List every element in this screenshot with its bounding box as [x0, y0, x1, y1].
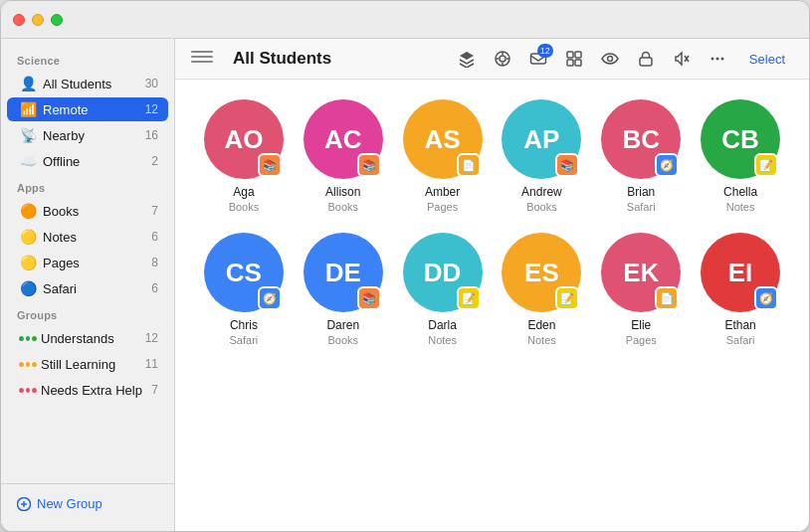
svg-rect-12	[567, 60, 573, 66]
student-name: Ethan	[724, 318, 755, 332]
student-name: Darla	[428, 318, 457, 332]
sidebar-item-pages[interactable]: 🟡 Pages 8	[7, 251, 168, 274]
student-avatar: AC📚	[304, 99, 383, 179]
main-header: All Students	[175, 39, 809, 80]
sidebar-item-still-learning[interactable]: Still Learning 11	[7, 352, 168, 376]
still-learning-dot	[19, 355, 37, 373]
app-badge-books: 📚	[555, 153, 579, 177]
svg-point-20	[720, 58, 723, 61]
sidebar-item-remote[interactable]: 📶 Remote 12	[7, 97, 168, 121]
student-card[interactable]: DE📚DarenBooks	[299, 233, 388, 346]
sidebar-item-nearby[interactable]: 📡 Nearby 16	[7, 123, 168, 147]
student-card[interactable]: DD📝DarlaNotes	[398, 233, 488, 346]
student-name: Allison	[325, 185, 360, 199]
apps-section-label: Apps	[1, 174, 174, 198]
svg-rect-15	[640, 58, 652, 66]
svg-rect-10	[567, 52, 573, 58]
app-badge-notes: 📝	[457, 286, 481, 310]
student-app: Pages	[427, 201, 458, 213]
student-name: Aga	[233, 185, 254, 199]
pages-count: 8	[151, 256, 158, 269]
sidebar-item-offline[interactable]: ☁️ Offline 2	[7, 149, 168, 173]
student-card[interactable]: CB📝ChellaNotes	[696, 99, 785, 213]
mail-badge: 12	[537, 44, 553, 58]
still-learning-label: Still Learning	[41, 357, 145, 372]
svg-point-4	[500, 56, 506, 62]
safari-icon: 🔵	[19, 279, 37, 297]
app-badge-safari: 🧭	[754, 286, 778, 310]
new-group-button[interactable]: New Group	[11, 492, 164, 515]
close-button[interactable]	[13, 14, 25, 26]
student-card[interactable]: BC🧭BrianSafari	[596, 99, 686, 213]
sidebar-item-understands[interactable]: Understands 12	[7, 326, 168, 350]
more-icon[interactable]	[706, 47, 729, 71]
remote-label: Remote	[43, 102, 145, 117]
student-grid: AO📚AgaBooksAC📚AllisonBooksAS📄AmberPagesA…	[175, 80, 809, 531]
student-avatar: BC🧭	[601, 99, 681, 179]
student-name: Amber	[425, 185, 460, 199]
target-icon[interactable]	[491, 47, 514, 71]
student-app: Pages	[626, 334, 657, 346]
eye-icon[interactable]	[598, 47, 622, 71]
remote-count: 12	[145, 102, 158, 116]
student-app: Notes	[527, 334, 556, 346]
offline-count: 2	[151, 154, 158, 168]
sidebar-toggle-button[interactable]	[191, 51, 213, 67]
student-name: Andrew	[521, 185, 562, 199]
main-content: All Students	[175, 39, 809, 531]
nearby-count: 16	[145, 128, 158, 142]
student-card[interactable]: AP📚AndrewBooks	[498, 99, 587, 213]
pages-icon: 🟡	[19, 254, 37, 271]
student-name: Elie	[631, 318, 651, 332]
safari-label: Safari	[43, 281, 151, 296]
books-label: Books	[43, 204, 151, 219]
understands-dot	[19, 329, 37, 347]
app-badge-safari: 🧭	[258, 286, 282, 310]
student-avatar: EI🧭	[701, 233, 780, 312]
sidebar-item-needs-extra[interactable]: Needs Extra Help 7	[7, 378, 168, 402]
student-card[interactable]: AO📚AgaBooks	[199, 99, 289, 213]
sidebar-item-safari[interactable]: 🔵 Safari 6	[7, 276, 168, 300]
mute-icon[interactable]	[670, 47, 694, 71]
pages-label: Pages	[43, 256, 151, 270]
student-avatar: AO📚	[204, 99, 284, 179]
layers-icon[interactable]	[455, 47, 479, 71]
mail-icon[interactable]: 12	[526, 47, 550, 71]
svg-rect-13	[575, 60, 581, 66]
svg-rect-11	[575, 52, 581, 58]
books-count: 7	[151, 204, 158, 218]
minimize-button[interactable]	[32, 14, 44, 26]
student-app: Books	[327, 201, 358, 213]
sidebar-item-notes[interactable]: 🟡 Notes 6	[7, 225, 168, 249]
student-name: Daren	[326, 318, 359, 332]
app-badge-books: 📚	[357, 153, 381, 177]
content-area: Science 👤 All Students 30 📶 Remote 12 📡 …	[1, 39, 809, 531]
student-name: Brian	[627, 185, 655, 199]
offline-icon: ☁️	[19, 152, 37, 170]
student-avatar: ES📝	[502, 233, 581, 312]
needs-extra-dot	[19, 381, 37, 399]
sidebar-item-books[interactable]: 🟠 Books 7	[7, 199, 168, 223]
maximize-button[interactable]	[51, 14, 63, 26]
select-button[interactable]: Select	[741, 50, 793, 69]
student-card[interactable]: AC📚AllisonBooks	[299, 99, 388, 213]
student-card[interactable]: AS📄AmberPages	[398, 99, 488, 213]
student-card[interactable]: CS🧭ChrisSafari	[199, 233, 289, 346]
student-card[interactable]: EI🧭EthanSafari	[696, 233, 785, 346]
student-avatar: AS📄	[403, 99, 483, 179]
student-app: Notes	[726, 201, 755, 213]
notes-label: Notes	[43, 230, 151, 245]
safari-count: 6	[151, 281, 158, 295]
student-card[interactable]: EK📄EliePages	[596, 233, 686, 346]
student-card[interactable]: ES📝EdenNotes	[498, 233, 587, 346]
sidebar-item-all-students[interactable]: 👤 All Students 30	[7, 72, 168, 95]
page-title: All Students	[233, 49, 331, 69]
lock-icon[interactable]	[634, 47, 658, 71]
nearby-label: Nearby	[43, 128, 145, 143]
groups-section-label: Groups	[1, 301, 174, 325]
grid-icon[interactable]	[562, 47, 586, 71]
sidebar-footer: New Group	[1, 483, 174, 523]
app-badge-notes: 📝	[754, 153, 778, 177]
new-group-label: New Group	[37, 496, 102, 511]
understands-count: 12	[145, 331, 158, 345]
